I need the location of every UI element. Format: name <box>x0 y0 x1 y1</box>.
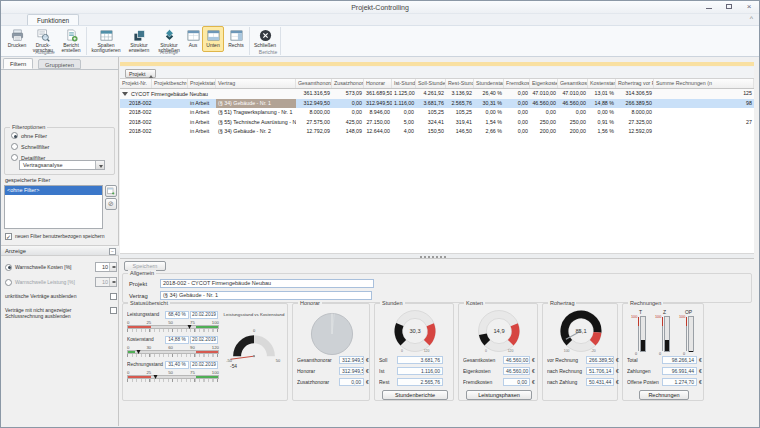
field-row: vor Rechnung266.389,50€ <box>547 356 615 364</box>
column-header[interactable]: Zusatzhonorar <box>332 79 364 88</box>
percent-field[interactable]: 14,88 % <box>165 336 189 344</box>
save-user-filter-checkbox[interactable]: ✓ neuen Filter benutzerbezogen speichern <box>5 233 117 240</box>
highlight-bar <box>120 62 754 66</box>
expand-group-icon[interactable] <box>122 92 128 96</box>
column-header[interactable]: Stundenstand <box>474 79 504 88</box>
table-row[interactable]: 2018-002in Arbeit(§ 55) Technische Ausrü… <box>120 118 754 128</box>
table-cell: 1,54 % <box>474 118 504 128</box>
close-icon[interactable]: × <box>744 2 754 11</box>
rechnungen-button[interactable]: Rechnungen <box>639 390 689 400</box>
column-header[interactable]: Ist-Stunden <box>392 79 416 88</box>
field-label: nach Zahlung <box>547 379 584 385</box>
column-header[interactable]: Honorar <box>364 79 392 88</box>
value-field[interactable]: 46.560,00 <box>503 367 530 375</box>
table-row[interactable]: 2018-002in Arbeit(§ 34) Gebäude - Nr. 21… <box>120 127 754 137</box>
currency-suffix: € <box>532 379 535 385</box>
value-field[interactable]: 51.706,14 <box>586 367 614 375</box>
list-item[interactable]: <ohne Filter> <box>5 186 102 195</box>
table-cell: 3.136,92 <box>446 89 474 99</box>
column-header[interactable]: Kostenstand <box>588 79 616 88</box>
date-field[interactable]: 20.02.2019 <box>190 336 218 344</box>
table-row[interactable]: 2018-002in Arbeit(§ 34) Gebäude - Nr. 13… <box>120 99 754 109</box>
column-header[interactable]: Rohertrag vor Rechnung <box>616 79 654 88</box>
table-cell: 27.150,00 <box>364 118 392 128</box>
column-header[interactable]: Vertrag <box>216 79 296 88</box>
value-field[interactable]: 1.274,70 <box>662 378 697 386</box>
table-cell: 0,00 <box>504 89 530 99</box>
projekt-label: Projekt <box>129 281 147 287</box>
app-window: Projekt-Controlling × Funktionen Drucken… <box>0 0 760 428</box>
value-field[interactable]: 312.949,50 <box>339 356 364 364</box>
column-header[interactable]: Gesamthonorar <box>296 79 332 88</box>
column-header[interactable]: Soll-Stunden <box>416 79 446 88</box>
table-cell <box>152 127 188 137</box>
column-header[interactable]: Summe Rechnungen (n <box>654 79 754 88</box>
value-field[interactable]: 312.949,50 <box>339 367 364 375</box>
percent-field[interactable]: 68,40 % <box>165 311 189 319</box>
value-field[interactable]: 46.560,00 <box>503 356 530 364</box>
hide-uncritical-checkbox[interactable]: unkritische Verträge ausblenden <box>5 293 117 300</box>
value-field[interactable]: 50.431,44 <box>586 378 614 386</box>
warn-kosten-stepper[interactable]: 10 <box>95 262 117 272</box>
warn-leistung-stepper[interactable]: 10 <box>95 277 117 287</box>
table-body: CYCOT Firmengebäude Neubau361.316,59573,… <box>120 89 754 137</box>
vs-gauge: Leistungsstand vs Kostenstand -50 0 50 -… <box>222 312 286 373</box>
date-field[interactable]: 20.02.2019 <box>190 361 218 369</box>
value-field[interactable]: 0,00 <box>503 378 530 386</box>
field-label: Gesamthonorar <box>297 357 337 363</box>
column-header[interactable]: Rest-Stunden <box>446 79 474 88</box>
value-field[interactable]: 266.389,50 <box>586 356 614 364</box>
tab-filtern[interactable]: Filtern <box>3 58 33 69</box>
column-header[interactable]: Projektstatus <box>188 79 216 88</box>
checkbox-checked-icon: ✓ <box>5 233 12 240</box>
percent-field[interactable]: 31,40 % <box>165 361 189 369</box>
value-field[interactable]: 0,00 <box>339 378 364 386</box>
warn-leistung-radio[interactable]: Warnschwelle Leistung [%] 10 <box>5 277 117 287</box>
currency-suffix: € <box>699 368 702 374</box>
ribbon-collapse-icon[interactable] <box>750 15 753 22</box>
date-field[interactable]: 20.02.2019 <box>190 311 218 319</box>
warn-kosten-radio[interactable]: Warnschwelle Kosten [%] 10 <box>5 262 117 272</box>
table-cell: 314.306,59 <box>616 89 654 99</box>
vertrag-field[interactable]: (§ 34) Gebäude - Nr. 1 <box>160 291 372 300</box>
hide-final-invoice-checkbox[interactable]: Verträge mit nicht angezeigter Schlussre… <box>5 307 117 319</box>
value-field[interactable]: 3.681,76 <box>397 356 443 364</box>
analysis-dropdown[interactable]: Vertragsanalyse <box>19 160 105 170</box>
sidebar: Filtern Gruppieren Filteroptionen ohne F… <box>1 57 119 426</box>
gauge-ruler <box>127 379 219 382</box>
radio-schnellfilter[interactable]: Schnellfilter <box>11 143 114 150</box>
table-row[interactable]: CYCOT Firmengebäude Neubau361.316,59573,… <box>120 89 754 99</box>
maximize-icon[interactable] <box>724 2 734 11</box>
column-header[interactable]: Fremdkosten <box>504 79 530 88</box>
radio-ohne-filter[interactable]: ohne Filter <box>11 132 114 139</box>
layout-right-icon <box>230 29 243 42</box>
column-header[interactable]: Eigenkosten <box>530 79 558 88</box>
column-header[interactable]: Projekt-Nr. <box>120 79 152 88</box>
table-cell: 1.125,00 <box>392 89 416 99</box>
anzeige-section-header[interactable]: Anzeige − <box>1 245 119 256</box>
leistungsphasen-button[interactable]: Leistungsphasen <box>466 390 532 400</box>
column-header[interactable]: Gesamtkosten <box>558 79 588 88</box>
table-row[interactable]: 2018-002in Arbeit(§ 51) Tragwerksplanung… <box>120 108 754 118</box>
open-filter-dialog-button[interactable] <box>105 185 117 197</box>
field-row: Eigenkosten46.560,00€ <box>463 367 535 375</box>
value-field[interactable]: 98.266,14 <box>662 356 697 364</box>
value-field[interactable]: 1.116,00 <box>397 367 443 375</box>
projekt-field[interactable]: 2018-002 - CYCOT Firmengebäude Neubau <box>160 279 374 288</box>
value-field[interactable]: 96.991,44 <box>662 367 697 375</box>
column-header[interactable]: Projektbeschreibung <box>152 79 188 88</box>
tab-gruppieren[interactable]: Gruppieren <box>38 59 81 69</box>
table-cell: 312.949,50 <box>364 99 392 109</box>
tab-funktionen[interactable]: Funktionen <box>27 14 79 25</box>
minimize-icon[interactable] <box>704 2 714 11</box>
table-cell: 0,00 <box>504 108 530 118</box>
value-field[interactable]: 2.565,76 <box>397 378 443 386</box>
group-chip-projekt[interactable]: Projekt <box>125 69 156 78</box>
chevron-down-icon <box>95 161 104 169</box>
table-cell: 13,01 % <box>588 89 616 99</box>
delete-filter-button[interactable]: ⊘ <box>105 198 117 210</box>
field-label: Gesamtkosten <box>463 357 501 363</box>
thermometer-gauge: OP1000 <box>679 309 698 357</box>
rohertrag-fields: vor Rechnung266.389,50€nach Rechnung51.7… <box>547 356 615 389</box>
stundenberichte-button[interactable]: Stundenberichte <box>382 390 448 400</box>
